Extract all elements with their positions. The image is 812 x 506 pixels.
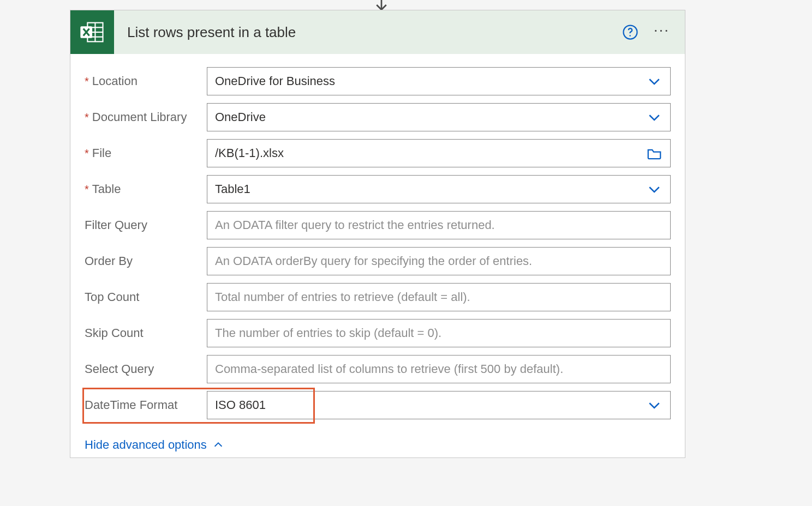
placeholder-text: Comma-separated list of columns to retri… xyxy=(215,362,662,376)
filter-query-input[interactable]: An ODATA filter query to restrict the en… xyxy=(207,211,671,239)
label-text: Skip Count xyxy=(85,326,144,340)
svg-point-7 xyxy=(629,35,631,37)
doclib-dropdown[interactable]: OneDrive xyxy=(207,103,671,131)
field-row-orderby: Order By An ODATA orderBy query for spec… xyxy=(85,247,671,275)
folder-icon[interactable] xyxy=(646,145,662,161)
label-text: Order By xyxy=(85,254,133,268)
table-dropdown[interactable]: Table1 xyxy=(207,175,671,203)
card-title: List rows present in a table xyxy=(114,24,622,41)
canvas: List rows present in a table ··· * Locat… xyxy=(0,0,812,506)
chevron-down-icon xyxy=(646,73,662,89)
chevron-down-icon xyxy=(646,397,662,413)
dropdown-value: OneDrive for Business xyxy=(215,74,646,88)
field-label: * Location xyxy=(85,74,207,88)
field-label: DateTime Format xyxy=(85,398,207,412)
placeholder-text: Total number of entries to retrieve (def… xyxy=(215,290,662,304)
field-label: Select Query xyxy=(85,362,207,376)
chevron-up-icon xyxy=(212,439,224,451)
orderby-input[interactable]: An ODATA orderBy query for specifying th… xyxy=(207,247,671,275)
field-row-datetime-format: DateTime Format ISO 8601 xyxy=(85,391,671,419)
field-label: * Document Library xyxy=(85,110,207,124)
advanced-toggle-label: Hide advanced options xyxy=(85,438,207,452)
field-label: Top Count xyxy=(85,290,207,304)
excel-icon xyxy=(70,10,114,54)
field-row-skip: Skip Count The number of entries to skip… xyxy=(85,319,671,347)
chevron-down-icon xyxy=(646,109,662,125)
field-row-select: Select Query Comma-separated list of col… xyxy=(85,355,671,383)
field-label: Skip Count xyxy=(85,326,207,340)
required-mark: * xyxy=(85,183,89,196)
more-menu-icon[interactable]: ··· xyxy=(654,22,670,42)
card-body: * Location OneDrive for Business * Docum… xyxy=(70,54,685,457)
skip-count-input[interactable]: The number of entries to skip (default =… xyxy=(207,319,671,347)
field-label: * Table xyxy=(85,182,207,196)
chevron-down-icon xyxy=(646,181,662,197)
label-text: Location xyxy=(92,74,138,88)
required-mark: * xyxy=(85,75,89,88)
location-dropdown[interactable]: OneDrive for Business xyxy=(207,67,671,95)
top-count-input[interactable]: Total number of entries to retrieve (def… xyxy=(207,283,671,311)
label-text: Top Count xyxy=(85,290,139,304)
field-row-top: Top Count Total number of entries to ret… xyxy=(85,283,671,311)
label-text: Table xyxy=(92,182,121,196)
label-text: File xyxy=(92,146,111,160)
datetime-format-dropdown[interactable]: ISO 8601 xyxy=(207,391,671,419)
label-text: Select Query xyxy=(85,362,154,376)
label-text: Filter Query xyxy=(85,218,147,232)
label-text: Document Library xyxy=(92,110,187,124)
field-row-filter: Filter Query An ODATA filter query to re… xyxy=(85,211,671,239)
action-card: List rows present in a table ··· * Locat… xyxy=(70,10,685,458)
required-mark: * xyxy=(85,111,89,124)
placeholder-text: The number of entries to skip (default =… xyxy=(215,326,662,340)
placeholder-text: An ODATA filter query to restrict the en… xyxy=(215,218,662,232)
field-row-location: * Location OneDrive for Business xyxy=(85,67,671,95)
field-row-doclib: * Document Library OneDrive xyxy=(85,103,671,131)
select-query-input[interactable]: Comma-separated list of columns to retri… xyxy=(207,355,671,383)
field-label: Filter Query xyxy=(85,218,207,232)
field-row-file: * File /KB(1-1).xlsx xyxy=(85,139,671,167)
dropdown-value: Table1 xyxy=(215,182,646,196)
header-actions: ··· xyxy=(622,22,685,42)
card-header[interactable]: List rows present in a table ··· xyxy=(70,10,685,54)
field-row-table: * Table Table1 xyxy=(85,175,671,203)
label-text: DateTime Format xyxy=(85,398,177,412)
help-icon[interactable] xyxy=(622,24,638,40)
dropdown-value: ISO 8601 xyxy=(215,398,646,412)
file-picker[interactable]: /KB(1-1).xlsx xyxy=(207,139,671,167)
placeholder-text: An ODATA orderBy query for specifying th… xyxy=(215,254,662,268)
field-label: * File xyxy=(85,146,207,160)
file-value: /KB(1-1).xlsx xyxy=(215,146,646,160)
dropdown-value: OneDrive xyxy=(215,110,646,124)
advanced-options-toggle[interactable]: Hide advanced options xyxy=(85,438,224,452)
required-mark: * xyxy=(85,147,89,160)
field-label: Order By xyxy=(85,254,207,268)
